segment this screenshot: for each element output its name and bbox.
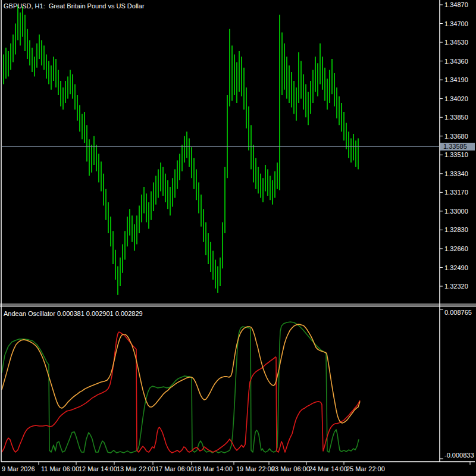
price-tick-label: 1.32660: [444, 245, 468, 252]
price-tick-label: 1.34020: [444, 95, 468, 102]
price-tick-label: 1.32320: [444, 283, 468, 290]
price-tick-label: 1.33000: [444, 208, 468, 215]
time-tick-label: 13 Mar 22:00: [117, 465, 155, 472]
trading-terminal-chart: GBPUSD, H1: Great Britain Pound vs US Do…: [0, 0, 476, 476]
chart-background: [0, 0, 476, 476]
price-tick-label: 1.33850: [444, 114, 468, 121]
price-tick-label: 1.33340: [444, 170, 468, 177]
time-tick-label: 18 Mar 14:00: [194, 465, 233, 472]
panel-splitter[interactable]: [0, 303, 476, 306]
time-tick-label: 24 Mar 14:00: [309, 465, 347, 472]
time-tick-label: 12 Mar 14:00: [79, 465, 117, 472]
price-tick-label: 1.32490: [444, 264, 468, 271]
time-tick-label: 17 Mar 06:00: [155, 465, 194, 472]
price-tick-label: 1.32830: [444, 226, 468, 233]
indicator-axis-bottom-label: -0.000833: [444, 452, 474, 459]
time-tick-label: 9 Mar 2026: [2, 465, 35, 472]
time-tick-label: 23 Mar 06:00: [271, 465, 310, 472]
price-tick-label: 1.33170: [444, 189, 468, 196]
chart-title: GBPUSD, H1: Great Britain Pound vs US Do…: [4, 2, 145, 10]
price-tick-label: 1.34870: [444, 1, 468, 8]
price-tick-label: 1.34190: [444, 76, 468, 83]
bid-price-tag: 1.33585: [440, 143, 475, 151]
time-tick-label: 25 Mar 22:00: [346, 465, 385, 472]
time-tick-label: 11 Mar 06:00: [41, 465, 79, 472]
time-tick-label: 19 Mar 22:00: [236, 465, 275, 472]
indicator-title: Andean Oscillator 0.000381 0.002901 0.00…: [4, 310, 143, 317]
price-tick-label: 1.34530: [444, 39, 468, 46]
price-tick-label: 1.33680: [444, 133, 468, 140]
bid-price-tag-value: 1.33585: [443, 143, 467, 150]
indicator-axis-top-label: 0.008765: [444, 309, 472, 316]
price-tick-label: 1.34700: [444, 20, 468, 27]
price-tick-label: 1.34360: [444, 58, 468, 65]
price-tick-label: 1.33510: [444, 151, 468, 158]
